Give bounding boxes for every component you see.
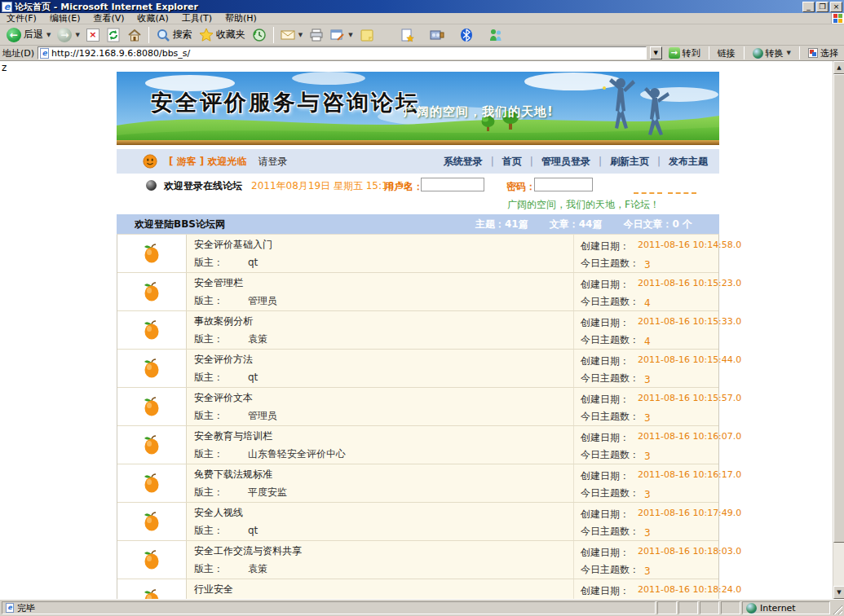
- home-button[interactable]: [124, 26, 145, 44]
- status-bar: e 完毕 Internet: [0, 599, 844, 616]
- search-button[interactable]: 搜索: [152, 26, 196, 44]
- forum-meta-cell: 创建日期： 2011-08-16 10:15:33.0 今日主题数： 4: [574, 311, 718, 349]
- menu-item[interactable]: 帮助(H): [219, 12, 263, 24]
- nav-link[interactable]: 管理员登录: [541, 155, 590, 169]
- convert-button[interactable]: 转换 ▼: [749, 47, 794, 59]
- mail-button[interactable]: ▼: [277, 26, 306, 44]
- forward-button[interactable]: → ▼: [54, 26, 82, 44]
- forward-dropdown-icon[interactable]: ▼: [75, 32, 79, 38]
- guest-welcome-text: [ 游客 ] 欢迎光临: [169, 155, 247, 169]
- forum-title-link[interactable]: 事故案例分析: [194, 315, 253, 328]
- nav-link[interactable]: 发布主题: [669, 155, 708, 169]
- page-ie-icon: e: [40, 48, 49, 59]
- favorites-star-icon: [199, 28, 214, 42]
- links-button[interactable]: 链接: [714, 47, 739, 59]
- created-value: 2011-08-16 10:16:07.0: [638, 431, 741, 442]
- media-button[interactable]: [426, 26, 448, 44]
- orange-fruit-icon: [143, 549, 161, 570]
- restore-button[interactable]: ❒: [816, 2, 829, 12]
- refresh-button[interactable]: [103, 26, 124, 44]
- forum-title-link[interactable]: 安全评价方法: [194, 353, 253, 367]
- today-topics-value: 3: [644, 489, 651, 500]
- vertical-scrollbar[interactable]: ▲ ▼: [833, 61, 844, 599]
- password-field[interactable]: [534, 178, 593, 191]
- nav-links: 系统登录|首页|管理员登录|刷新主页|发布主题: [444, 155, 708, 169]
- history-button[interactable]: [249, 26, 270, 44]
- nav-link[interactable]: 刷新主页: [610, 155, 649, 169]
- browser-toolbar: ← 后退 ▼ → ▼ × 搜索 收藏夹: [0, 24, 844, 46]
- back-icon: ←: [7, 28, 21, 42]
- notes-button[interactable]: [356, 26, 378, 44]
- forum-row: 安全评价方法 版主：qt 创建日期： 2011-08-16 10:15:44.0…: [117, 350, 718, 388]
- forum-main-cell: 免费下载法规标准 版主：平度安监: [187, 464, 574, 502]
- forum-title-link[interactable]: 安全管理栏: [194, 276, 243, 290]
- created-label: 创建日期：: [581, 316, 630, 330]
- forum-title-link[interactable]: 行业安全: [194, 583, 233, 596]
- forum-title-link[interactable]: 安全教育与培训栏: [194, 429, 272, 443]
- forum-row: 安全人视线 版主：qt 创建日期： 2011-08-16 10:17:49.0 …: [117, 503, 718, 541]
- status-pane: [678, 601, 698, 614]
- convert-dropdown-icon[interactable]: ▼: [787, 50, 791, 56]
- forum-title-link[interactable]: 安全评价文本: [194, 391, 253, 405]
- forum-title-link[interactable]: 安全评价基础入门: [194, 238, 272, 252]
- address-input-box[interactable]: e: [38, 46, 647, 59]
- created-label: 创建日期：: [581, 278, 630, 292]
- internet-zone-globe-icon: [746, 603, 757, 614]
- username-field[interactable]: [421, 178, 484, 191]
- favorites-button[interactable]: 收藏夹: [196, 26, 249, 44]
- menu-item[interactable]: 查看(V): [86, 12, 130, 24]
- go-button[interactable]: → 转到: [665, 47, 704, 59]
- bluetooth-button[interactable]: [456, 26, 477, 44]
- created-value: 2011-08-16 10:16:17.0: [638, 469, 741, 480]
- moderator-label: 版主：: [194, 486, 223, 498]
- menu-item[interactable]: 工具(T): [175, 12, 219, 24]
- today-topics-value: 4: [644, 336, 651, 347]
- research-button[interactable]: [397, 26, 418, 44]
- banner-subtitle: 广阔的空间，我们的天地!: [404, 104, 554, 120]
- minimize-button[interactable]: _: [802, 2, 815, 12]
- messenger-button[interactable]: [485, 26, 506, 44]
- forum-title-link[interactable]: 安全人视线: [194, 506, 243, 520]
- scroll-down-icon[interactable]: ▼: [833, 586, 844, 599]
- orange-fruit-icon: [143, 511, 161, 532]
- menu-item[interactable]: 编辑(E): [43, 12, 87, 24]
- address-dropdown-icon[interactable]: ▼: [650, 46, 662, 59]
- resize-grip[interactable]: [832, 601, 842, 614]
- login-prompt-link[interactable]: 请登录: [259, 155, 288, 169]
- status-pane: [700, 601, 719, 614]
- moderator-name: 管理员: [248, 295, 277, 306]
- select-button[interactable]: 选择: [805, 47, 842, 59]
- refresh-icon: [106, 28, 121, 42]
- nav-link[interactable]: 系统登录: [444, 155, 483, 169]
- print-button[interactable]: [306, 26, 327, 44]
- forum-title-link[interactable]: 免费下载法规标准: [194, 468, 272, 482]
- stop-button[interactable]: ×: [83, 27, 103, 43]
- edit-button[interactable]: ▼: [327, 26, 356, 44]
- edit-dropdown-icon[interactable]: ▼: [348, 32, 352, 38]
- edit-icon: [330, 28, 345, 42]
- stat-today: 今日文章：0 个: [623, 218, 692, 231]
- address-input[interactable]: [51, 48, 644, 59]
- back-dropdown-icon[interactable]: ▼: [46, 32, 51, 38]
- stat-topics: 主题：41篇: [475, 218, 528, 231]
- forum-banner: 安全评价服务与咨询论坛 广阔的空间，我们的天地!: [117, 72, 719, 145]
- menu-item[interactable]: 收藏(A): [131, 12, 175, 24]
- back-button[interactable]: ← 后退 ▼: [3, 26, 54, 44]
- nav-link[interactable]: 首页: [502, 155, 522, 169]
- scroll-up-icon[interactable]: ▲: [833, 61, 844, 74]
- forum-main-cell: 安全评价基础入门 版主：qt: [187, 235, 574, 272]
- scrollbar-thumb[interactable]: [833, 74, 844, 543]
- created-label: 创建日期：: [581, 431, 630, 445]
- today-topics-value: 3: [644, 412, 651, 424]
- forum-row: 事故案例分析 版主：袁策 创建日期： 2011-08-16 10:15:33.0…: [117, 311, 718, 350]
- mail-dropdown-icon[interactable]: ▼: [298, 32, 303, 38]
- mail-icon: [281, 28, 295, 42]
- note-icon: [360, 28, 374, 42]
- dashed-underline-decoration: [668, 191, 696, 194]
- moderator-name: 平度安监: [248, 486, 287, 498]
- forum-title-link[interactable]: 安全工作交流与资料共享: [194, 544, 302, 558]
- close-button[interactable]: ×: [830, 2, 842, 12]
- board-title: 欢迎登陆BBS论坛网: [135, 218, 225, 231]
- menu-item[interactable]: 文件(F): [0, 12, 43, 24]
- today-topics-label: 今日主题数：: [581, 410, 639, 424]
